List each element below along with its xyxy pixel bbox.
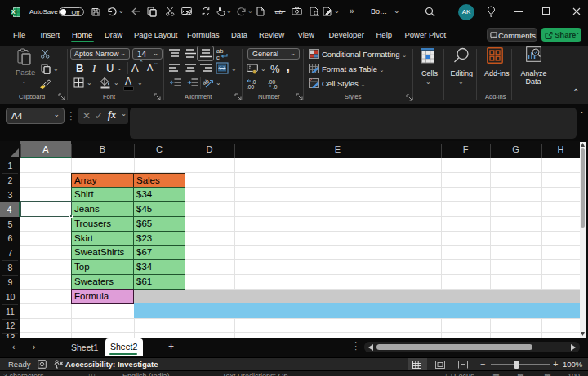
svg-text:.00: .00 [247, 84, 254, 90]
svg-text:.0: .0 [273, 84, 278, 90]
svg-text:X: X [11, 9, 16, 15]
svg-text:c: c [216, 54, 220, 60]
